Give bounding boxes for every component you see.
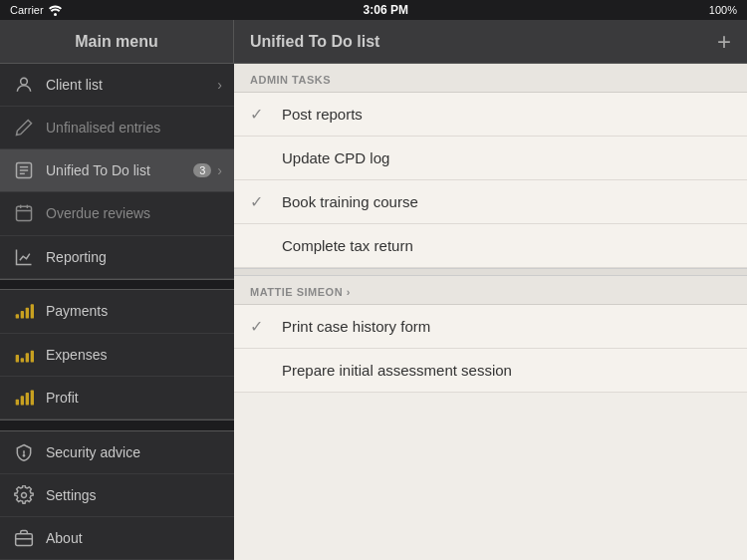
todo-item-book-training[interactable]: ✓ Book training course bbox=[234, 180, 747, 224]
sidebar: Client list › Unfinalised entries bbox=[0, 64, 234, 560]
payments-icon bbox=[12, 299, 36, 323]
sidebar-divider-1 bbox=[0, 279, 234, 291]
person-icon bbox=[12, 73, 36, 97]
svg-point-23 bbox=[23, 454, 24, 455]
todo-badge: 3 bbox=[193, 163, 211, 177]
admin-tasks-header: ADMIN TASKS bbox=[234, 64, 747, 93]
todo-text-update-cpd: Update CPD log bbox=[282, 149, 389, 166]
sidebar-label-expenses: Expenses bbox=[46, 347, 222, 363]
todo-text-book-training: Book training course bbox=[282, 193, 418, 210]
carrier-label: Carrier bbox=[10, 4, 44, 16]
checklist-icon bbox=[12, 158, 36, 182]
svg-point-24 bbox=[22, 492, 27, 497]
svg-point-1 bbox=[21, 78, 28, 85]
sidebar-label-profit: Profit bbox=[46, 390, 222, 406]
svg-rect-11 bbox=[21, 311, 24, 319]
todo-text-prepare-initial: Prepare initial assessment session bbox=[282, 362, 512, 379]
svg-rect-13 bbox=[31, 305, 34, 319]
sidebar-item-settings[interactable]: Settings bbox=[0, 474, 234, 517]
wifi-icon bbox=[48, 5, 63, 16]
mattie-simeon-header[interactable]: MATTIE SIMEON › bbox=[234, 276, 747, 305]
svg-rect-19 bbox=[21, 396, 24, 405]
svg-point-0 bbox=[54, 13, 57, 16]
chevron-right-icon-todo: › bbox=[217, 162, 222, 178]
status-right: 100% bbox=[709, 4, 737, 16]
nav-main-menu: Main menu bbox=[0, 20, 234, 63]
sidebar-item-payments[interactable]: Payments bbox=[0, 290, 234, 333]
chevron-right-icon: › bbox=[217, 77, 222, 93]
nav-right: Unified To Do list + bbox=[234, 20, 747, 63]
sidebar-item-unified-todo[interactable]: Unified To Do list 3 › bbox=[0, 149, 234, 192]
sidebar-item-security[interactable]: Security advice bbox=[0, 431, 234, 474]
sidebar-label-reporting: Reporting bbox=[46, 249, 222, 265]
right-panel: ADMIN TASKS ✓ Post reports Update CPD lo… bbox=[234, 64, 747, 560]
sidebar-item-expenses[interactable]: Expenses bbox=[0, 334, 234, 377]
todo-item-update-cpd[interactable]: Update CPD log bbox=[234, 137, 747, 180]
sidebar-item-overdue-reviews[interactable]: Overdue reviews bbox=[0, 192, 234, 235]
todo-text-complete-tax: Complete tax return bbox=[282, 237, 413, 254]
todo-item-print-case[interactable]: ✓ Print case history form bbox=[234, 305, 747, 349]
gear-icon bbox=[12, 483, 36, 507]
battery-label: 100% bbox=[709, 4, 737, 16]
checkmark-icon-2: ✓ bbox=[250, 192, 270, 211]
shield-icon bbox=[12, 440, 36, 464]
sidebar-label-client-list: Client list bbox=[46, 77, 217, 93]
section-gap bbox=[234, 268, 747, 276]
status-bar: Carrier 3:06 PM 100% bbox=[0, 0, 747, 20]
todo-item-post-reports[interactable]: ✓ Post reports bbox=[234, 93, 747, 137]
checkmark-icon-3: ✓ bbox=[250, 317, 270, 336]
status-left: Carrier bbox=[10, 4, 63, 16]
main-content: Client list › Unfinalised entries bbox=[0, 64, 747, 560]
sidebar-item-unfinalised[interactable]: Unfinalised entries bbox=[0, 107, 234, 149]
sidebar-label-security: Security advice bbox=[46, 444, 222, 460]
sidebar-item-reporting[interactable]: Reporting bbox=[0, 236, 234, 279]
calendar-icon bbox=[12, 201, 36, 225]
profit-icon bbox=[12, 386, 36, 410]
svg-rect-18 bbox=[16, 399, 19, 405]
pencil-icon bbox=[12, 116, 36, 140]
sidebar-item-about[interactable]: About bbox=[0, 517, 234, 560]
sidebar-item-client-list[interactable]: Client list › bbox=[0, 64, 234, 107]
nav-left-title: Main menu bbox=[75, 33, 158, 51]
reporting-icon bbox=[12, 245, 36, 269]
svg-rect-17 bbox=[31, 350, 34, 362]
todo-item-prepare-initial[interactable]: Prepare initial assessment session bbox=[234, 349, 747, 393]
sidebar-label-overdue: Overdue reviews bbox=[46, 205, 222, 221]
expenses-icon bbox=[12, 343, 36, 367]
add-button[interactable]: + bbox=[717, 28, 731, 56]
svg-rect-20 bbox=[26, 393, 29, 406]
svg-rect-15 bbox=[21, 358, 24, 362]
todo-text-print-case: Print case history form bbox=[282, 318, 430, 335]
checkmark-icon: ✓ bbox=[250, 105, 270, 124]
nav-right-title: Unified To Do list bbox=[250, 33, 379, 51]
sidebar-label-settings: Settings bbox=[46, 487, 222, 503]
sidebar-divider-2 bbox=[0, 420, 234, 431]
svg-rect-25 bbox=[16, 534, 33, 546]
todo-text-post-reports: Post reports bbox=[282, 106, 363, 123]
svg-rect-21 bbox=[31, 390, 34, 405]
svg-rect-16 bbox=[26, 353, 29, 362]
svg-rect-10 bbox=[16, 315, 19, 319]
svg-rect-14 bbox=[16, 355, 19, 363]
top-nav: Main menu Unified To Do list + bbox=[0, 20, 747, 64]
svg-rect-12 bbox=[26, 308, 29, 319]
svg-rect-6 bbox=[17, 207, 32, 221]
sidebar-item-profit[interactable]: Profit bbox=[0, 377, 234, 420]
sidebar-label-unfinalised: Unfinalised entries bbox=[46, 120, 222, 136]
sidebar-label-payments: Payments bbox=[46, 303, 222, 319]
sidebar-label-unified-todo: Unified To Do list bbox=[46, 162, 193, 178]
briefcase-icon bbox=[12, 526, 36, 550]
todo-item-complete-tax[interactable]: Complete tax return bbox=[234, 224, 747, 268]
status-time: 3:06 PM bbox=[364, 3, 408, 17]
sidebar-label-about: About bbox=[46, 530, 222, 546]
